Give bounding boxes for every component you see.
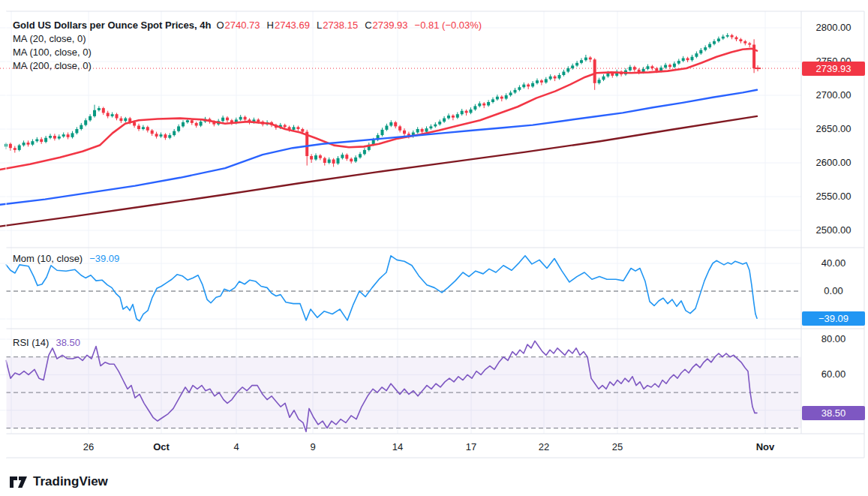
candle-body — [89, 116, 92, 120]
candle-body — [160, 134, 163, 137]
rsi-legend[interactable]: RSI (14) 38.50 — [13, 337, 80, 348]
chart-canvas[interactable] — [0, 0, 868, 496]
candle-body — [62, 134, 65, 137]
candle-body — [341, 155, 344, 158]
candle-body — [664, 65, 667, 68]
candle-body — [385, 126, 388, 130]
momentum-legend[interactable]: Mom (10, close) −39.09 — [13, 253, 119, 264]
candle-body — [562, 72, 565, 76]
high-value: 2743.69 — [275, 20, 310, 31]
candle-body — [491, 99, 494, 102]
candle-body — [164, 134, 167, 138]
candle-body — [531, 83, 534, 87]
rsi-label: RSI (14) — [13, 337, 49, 348]
candle-body — [58, 137, 61, 139]
candle-body — [673, 64, 676, 68]
candle-body — [71, 133, 74, 137]
low-value: 2738.15 — [323, 20, 358, 31]
symbol-title: Gold US Dollars per Ounce Spot Prices, 4… — [13, 20, 211, 31]
candle-body — [549, 77, 552, 80]
time-tick-label-17: 17 — [466, 441, 476, 452]
candle-body — [611, 73, 614, 76]
time-tick-label-22: 22 — [539, 441, 549, 452]
candle-body — [35, 140, 38, 142]
price-tick-label: 2600.00 — [802, 157, 865, 168]
ma200-legend[interactable]: MA (200, close, 0) — [13, 59, 482, 72]
candle-body — [722, 37, 725, 39]
candle-body — [598, 80, 601, 83]
candle-body — [465, 111, 468, 113]
candle-body — [394, 122, 397, 126]
low-label: L — [317, 20, 322, 31]
candle-body — [200, 122, 203, 125]
candle-body — [505, 95, 508, 99]
candle-body — [293, 127, 296, 130]
tradingview-chart: Gold US Dollars per Ounce Spot Prices, 4… — [0, 0, 868, 496]
time-tick-label-14: 14 — [392, 441, 403, 452]
time-tick-label-nov: Nov — [756, 441, 775, 452]
candle-body — [589, 58, 592, 60]
close-value: 2739.93 — [373, 20, 408, 31]
time-tick-label-25: 25 — [612, 441, 623, 452]
candle-body — [151, 131, 154, 134]
tradingview-watermark-text: TradingView — [33, 474, 108, 489]
candle-body — [27, 143, 30, 145]
candle-body — [434, 125, 437, 127]
ma100-legend[interactable]: MA (100, close, 0) — [13, 45, 482, 59]
price-tick-label: 2700.00 — [802, 89, 865, 101]
ma100-line — [0, 90, 757, 205]
rsi-tick-label: 80.00 — [802, 333, 865, 344]
symbol-legend-row[interactable]: Gold US Dollars per Ounce Spot Prices, 4… — [13, 18, 482, 32]
close-label: C — [365, 20, 371, 31]
ma20-legend[interactable]: MA (20, close, 0) — [13, 32, 482, 45]
candle-body — [748, 44, 751, 45]
candle-body — [456, 114, 459, 118]
candle-body — [708, 44, 711, 48]
candle-body — [743, 41, 746, 44]
candle-body — [195, 123, 198, 126]
candle-body — [323, 158, 326, 163]
candle-body — [602, 77, 605, 80]
price-tick-label: 2650.00 — [802, 123, 865, 134]
candle-body — [677, 61, 680, 64]
candle-body — [102, 108, 105, 113]
candle-body — [398, 126, 401, 130]
candle-body — [310, 156, 313, 160]
candle-body — [53, 136, 56, 139]
candle-body — [425, 128, 428, 132]
candle-body — [173, 131, 176, 135]
candle-body — [49, 136, 52, 138]
candle-body — [319, 155, 322, 158]
candle-body — [177, 126, 180, 131]
ohlc-values: O2740.73 H2743.69 L2738.15 C2739.93 −0.8… — [216, 20, 482, 31]
candle-body — [226, 118, 229, 121]
candle-body — [350, 159, 353, 162]
candle-body — [116, 114, 119, 118]
momentum-tick-label: 40.00 — [802, 257, 865, 269]
candle-body — [403, 131, 406, 134]
main-legend: Gold US Dollars per Ounce Spot Prices, 4… — [13, 18, 482, 72]
candle-body — [558, 75, 561, 79]
candle-body — [739, 39, 742, 41]
candle-body — [509, 92, 512, 95]
candle-body — [584, 58, 587, 61]
candle-body — [522, 85, 525, 88]
open-label: O — [216, 20, 224, 31]
price-tick-label: 2550.00 — [802, 191, 865, 202]
candle-body — [429, 126, 432, 128]
candle-body — [107, 113, 110, 116]
candle-body — [23, 143, 26, 146]
candle-body — [186, 120, 189, 122]
candle-body — [389, 122, 392, 126]
candle-body — [668, 65, 671, 68]
candle-body — [337, 158, 340, 164]
candle-body — [9, 144, 12, 148]
candle-body — [31, 141, 34, 145]
momentum-value-badge: −39.09 — [802, 311, 865, 326]
momentum-tick-label: 0.00 — [802, 285, 865, 296]
candle-body — [332, 160, 335, 164]
tradingview-watermark[interactable]: TradingView — [10, 474, 108, 489]
candle-body — [704, 47, 707, 50]
candle-body — [67, 134, 70, 137]
candle-body — [84, 120, 87, 125]
